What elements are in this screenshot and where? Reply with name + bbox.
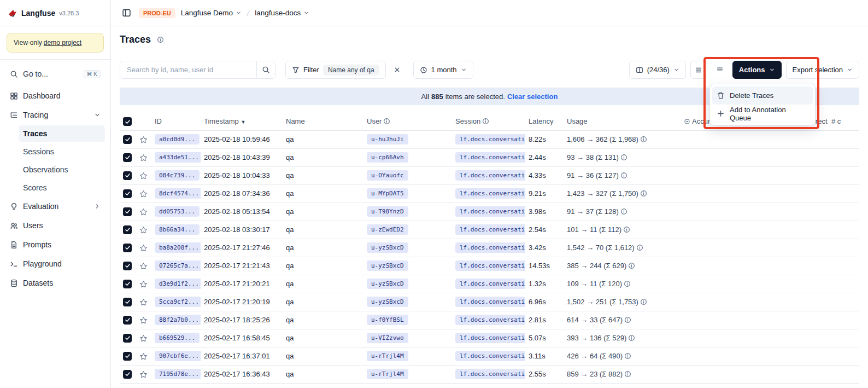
row-checkbox[interactable] bbox=[123, 352, 132, 361]
sidebar-item-evaluation[interactable]: Evaluation bbox=[5, 198, 105, 215]
row-checkbox[interactable] bbox=[123, 225, 132, 234]
column-header[interactable]: Timestamp ▼ bbox=[201, 113, 283, 130]
session-link[interactable]: lf.docs.conversation... bbox=[455, 152, 525, 163]
sidebar-item-prompts[interactable]: Prompts bbox=[5, 236, 105, 253]
session-link[interactable]: lf.docs.conversation... bbox=[455, 369, 525, 379]
trace-id-link[interactable]: a0cd0d9... bbox=[155, 134, 200, 144]
session-link[interactable]: lf.docs.conversation... bbox=[455, 206, 525, 217]
user-link[interactable]: u-yzSBxcD bbox=[367, 260, 408, 271]
export-selection-button[interactable]: Export selection bbox=[786, 61, 860, 79]
trace-id-link[interactable]: d3e9d1f2... bbox=[155, 279, 201, 289]
star-icon[interactable] bbox=[139, 136, 148, 144]
trace-id-link[interactable]: 88f2a7b0... bbox=[155, 315, 201, 325]
user-link[interactable]: u-yzSBxcD bbox=[367, 242, 408, 253]
session-link[interactable]: lf.docs.conversation... bbox=[455, 315, 525, 325]
user-link[interactable]: u-cp66Avh bbox=[367, 152, 408, 163]
project-switcher[interactable]: langfuse-docs bbox=[255, 9, 309, 17]
trace-id-link[interactable]: 8dcf4574... bbox=[155, 188, 201, 199]
column-header[interactable]: Usage bbox=[564, 113, 681, 130]
row-checkbox[interactable] bbox=[123, 189, 132, 198]
star-icon[interactable] bbox=[139, 244, 148, 252]
actions-button[interactable]: Actions bbox=[732, 61, 782, 79]
star-icon[interactable] bbox=[139, 316, 148, 325]
column-header[interactable]: # c bbox=[828, 113, 859, 130]
sidebar-item-scores[interactable]: Scores bbox=[19, 179, 105, 196]
session-link[interactable]: lf.docs.conversation... bbox=[455, 224, 525, 235]
user-link[interactable]: u-yzSBxcD bbox=[367, 279, 408, 289]
row-checkbox[interactable] bbox=[123, 298, 132, 306]
select-all-checkbox[interactable] bbox=[123, 117, 132, 126]
filter-button[interactable]: Filter Name any of qa bbox=[285, 61, 386, 79]
row-checkbox[interactable] bbox=[123, 280, 132, 288]
session-link[interactable]: lf.docs.conversation... bbox=[455, 351, 525, 361]
user-link[interactable]: u-rTrjl4M bbox=[367, 351, 408, 361]
column-header[interactable]: ID bbox=[151, 113, 201, 130]
sidebar-item-traces[interactable]: Traces bbox=[19, 125, 105, 142]
session-link[interactable]: lf.docs.conversation... bbox=[455, 297, 525, 307]
time-range-button[interactable]: 1 month bbox=[413, 61, 473, 79]
trace-id-link[interactable]: 8b66a34... bbox=[155, 224, 200, 235]
trace-id-link[interactable]: 7195d78e... bbox=[155, 369, 201, 379]
trace-id-link[interactable]: a433de51... bbox=[155, 152, 201, 163]
star-icon[interactable] bbox=[139, 190, 148, 198]
search-input[interactable] bbox=[120, 61, 256, 78]
user-link[interactable]: u-T98YnzD bbox=[367, 206, 408, 217]
user-link[interactable]: u-f0YfBSL bbox=[367, 315, 408, 325]
star-icon[interactable] bbox=[139, 226, 148, 234]
trace-id-link[interactable]: dd05753... bbox=[155, 206, 200, 217]
row-height-button[interactable] bbox=[690, 61, 707, 79]
search-button[interactable] bbox=[256, 61, 275, 78]
session-link[interactable]: lf.docs.conversation... bbox=[455, 260, 525, 271]
sidebar-item-tracing[interactable]: Tracing bbox=[5, 106, 105, 124]
session-link[interactable]: lf.docs.conversation... bbox=[455, 170, 525, 181]
column-header[interactable]: Latency bbox=[525, 113, 564, 130]
user-link[interactable]: u-zEwdED2 bbox=[367, 224, 408, 235]
sidebar-toggle-button[interactable] bbox=[120, 6, 133, 20]
goto-search[interactable]: Go to... ⌘ K bbox=[5, 65, 105, 83]
trace-id-link[interactable]: b669529... bbox=[155, 333, 200, 343]
columns-button[interactable]: (24/36) bbox=[629, 61, 686, 79]
session-link[interactable]: lf.docs.conversation... bbox=[455, 333, 525, 343]
star-icon[interactable] bbox=[139, 352, 148, 361]
sidebar-item-dashboard[interactable]: Dashboard bbox=[5, 87, 105, 105]
row-checkbox[interactable] bbox=[123, 171, 132, 180]
trace-id-link[interactable]: ba8a208f... bbox=[155, 242, 201, 253]
column-header[interactable]: Session bbox=[452, 113, 525, 130]
clear-selection-link[interactable]: Clear selection bbox=[507, 92, 558, 101]
user-link[interactable]: u-VIZzvwo bbox=[367, 333, 408, 343]
star-icon[interactable] bbox=[139, 172, 148, 180]
user-link[interactable]: u-huJhuJi bbox=[367, 134, 408, 144]
column-header[interactable]: User bbox=[363, 113, 452, 130]
row-checkbox[interactable] bbox=[123, 244, 132, 252]
star-icon[interactable] bbox=[139, 262, 148, 270]
row-height-compact-button[interactable] bbox=[712, 61, 728, 79]
star-icon[interactable] bbox=[139, 298, 148, 306]
star-icon[interactable] bbox=[139, 208, 148, 216]
star-icon[interactable] bbox=[139, 280, 148, 288]
trace-id-link[interactable]: 5cca9cf2... bbox=[155, 297, 201, 307]
trace-id-link[interactable]: 07265c7a... bbox=[155, 260, 201, 271]
user-link[interactable]: u-MYpDAT5 bbox=[367, 188, 408, 199]
row-checkbox[interactable] bbox=[123, 153, 132, 162]
row-checkbox[interactable] bbox=[123, 135, 132, 144]
user-link[interactable]: u-OYauofc bbox=[367, 170, 408, 181]
sidebar-item-sessions[interactable]: Sessions bbox=[19, 143, 105, 160]
session-link[interactable]: lf.docs.conversation... bbox=[455, 188, 525, 199]
trace-id-link[interactable]: 084c739... bbox=[155, 170, 200, 181]
user-link[interactable]: u-rTrjl4M bbox=[367, 369, 408, 379]
sidebar-item-playground[interactable]: Playground bbox=[5, 255, 105, 273]
trace-id-link[interactable]: 907cbf6e... bbox=[155, 351, 201, 361]
menu-item-delete-traces[interactable]: Delete Traces bbox=[712, 86, 813, 105]
menu-item-add-to-annotation-queue[interactable]: Add to Annotation Queue bbox=[712, 105, 813, 123]
sidebar-item-datasets[interactable]: Datasets bbox=[5, 274, 105, 292]
sidebar-item-observations[interactable]: Observations bbox=[19, 161, 105, 178]
clear-filter-button[interactable] bbox=[389, 61, 406, 79]
row-checkbox[interactable] bbox=[123, 207, 132, 216]
session-link[interactable]: lf.docs.conversation... bbox=[455, 242, 525, 253]
row-checkbox[interactable] bbox=[123, 334, 132, 343]
sidebar-item-users[interactable]: Users bbox=[5, 217, 105, 234]
star-icon[interactable] bbox=[139, 334, 148, 343]
org-switcher[interactable]: Langfuse Demo bbox=[181, 9, 242, 17]
session-link[interactable]: lf.docs.conversation... bbox=[455, 279, 525, 289]
star-icon[interactable] bbox=[139, 370, 148, 379]
